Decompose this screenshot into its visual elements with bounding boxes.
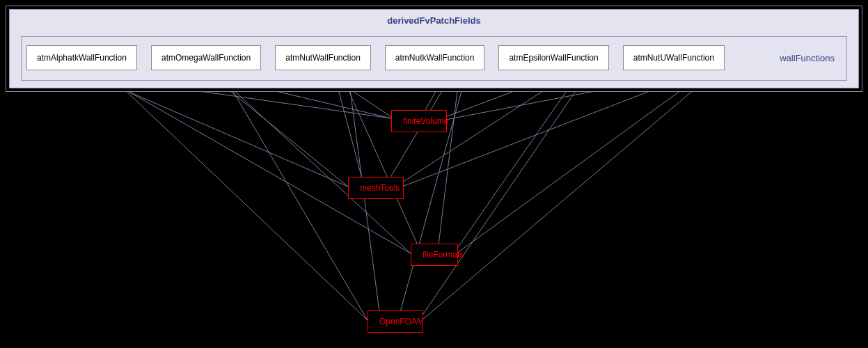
- dependency-openfoam[interactable]: OpenFOAM: [368, 310, 423, 333]
- svg-line-7: [223, 74, 368, 320]
- module-atmnutk[interactable]: atmNutkWallFunction: [385, 45, 485, 70]
- svg-line-2: [97, 74, 411, 253]
- dependency-meshtools[interactable]: meshTools: [348, 177, 404, 199]
- module-atmnutu[interactable]: atmNutUWallFunction: [623, 45, 725, 70]
- derived-patch-fields-group: derivedFvPatchFields atmAlphatkWallFunct…: [9, 9, 859, 88]
- svg-line-22: [457, 74, 704, 253]
- module-atmomega[interactable]: atmOmegaWallFunction: [151, 45, 261, 70]
- wall-functions-row: atmAlphatkWallFunction atmOmegaWallFunct…: [26, 42, 842, 74]
- group-title[interactable]: derivedFvPatchFields: [10, 10, 858, 31]
- svg-line-14: [439, 74, 459, 245]
- module-atmnut[interactable]: atmNutWallFunction: [275, 45, 371, 70]
- svg-line-18: [457, 74, 578, 249]
- svg-line-6: [216, 74, 411, 253]
- module-atmalphatk[interactable]: atmAlphatkWallFunction: [26, 45, 137, 70]
- outer-frame: derivedFvPatchFields atmAlphatkWallFunct…: [6, 6, 862, 92]
- module-atmepsilon[interactable]: atmEpsilonWallFunction: [498, 45, 608, 70]
- svg-line-10: [341, 74, 418, 245]
- svg-line-3: [108, 74, 368, 320]
- svg-line-23: [422, 74, 713, 320]
- wall-functions-label[interactable]: wallFunctions: [780, 53, 842, 63]
- dependency-finitevolume[interactable]: finiteVolume: [391, 110, 447, 132]
- dependency-fileformats[interactable]: fileFormats: [411, 244, 458, 266]
